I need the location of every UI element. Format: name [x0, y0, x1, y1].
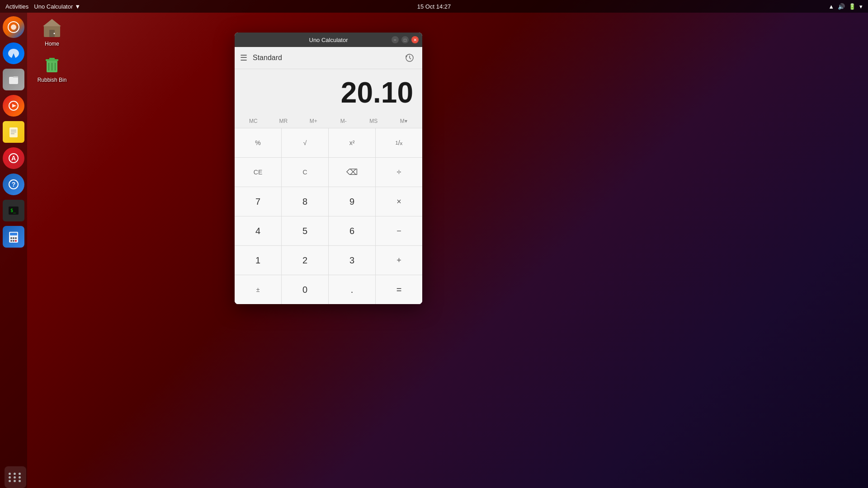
calculator-titlebar: Uno Calculator − □ ✕	[235, 33, 422, 47]
home-folder-icon	[41, 17, 63, 39]
svg-point-21	[13, 240, 14, 242]
svg-rect-2	[9, 77, 18, 84]
dock-item-rhythmbox[interactable]	[3, 95, 24, 117]
decimal-button[interactable]: .	[329, 275, 375, 304]
terminal-icon: $_	[3, 200, 24, 221]
svg-point-26	[54, 33, 55, 34]
display-value: 20.10	[341, 78, 413, 107]
svg-text:?: ?	[12, 181, 16, 188]
dock-item-calculator[interactable]	[3, 226, 24, 249]
hamburger-menu-icon[interactable]: ☰	[240, 53, 247, 63]
calculator-display: 20.10	[235, 69, 422, 114]
svg-text:$_: $_	[10, 208, 16, 213]
topbar-left: Activities Uno Calculator ▼	[5, 3, 80, 10]
topbar: Activities Uno Calculator ▼ 15 Oct 14:27…	[0, 0, 868, 13]
svg-point-17	[10, 237, 12, 239]
divide-button[interactable]: ÷	[376, 158, 422, 187]
subtract-button[interactable]: −	[376, 216, 422, 245]
taskbar-bottom	[0, 466, 868, 488]
history-button[interactable]	[402, 51, 417, 65]
percent-button[interactable]: %	[235, 128, 281, 157]
svg-point-19	[15, 237, 17, 239]
topbar-datetime: 15 Oct 14:27	[417, 3, 451, 10]
memory-subtract-button[interactable]: M-	[329, 114, 359, 128]
equals-button[interactable]: =	[376, 275, 422, 304]
volume-icon: 🔊	[838, 3, 845, 10]
six-button[interactable]: 6	[329, 216, 375, 245]
memory-add-button[interactable]: M+	[298, 114, 329, 128]
dock: A ? $_	[0, 13, 27, 488]
negate-button[interactable]: ±	[235, 275, 281, 304]
memory-clear-button[interactable]: MC	[238, 114, 269, 128]
dock-item-software[interactable]: A	[3, 147, 24, 170]
reciprocal-button[interactable]: 1/x	[376, 128, 422, 157]
calculator-window: Uno Calculator − □ ✕ ☰ Standard 20.10	[235, 33, 422, 304]
svg-marker-24	[43, 19, 61, 26]
dock-item-terminal[interactable]: $_	[3, 200, 24, 222]
calculator-dock-icon	[3, 226, 24, 248]
backspace-button[interactable]: ⌫	[329, 158, 375, 187]
app-indicator[interactable]: Uno Calculator ▼	[34, 3, 80, 10]
calculator-grid: % √ x² 1/x CE C ⌫ ÷ 7 8 9 × 4 5 6 − 1 2 …	[235, 128, 422, 304]
clear-entry-button[interactable]: CE	[235, 158, 281, 187]
svg-rect-5	[9, 127, 18, 137]
firefox-icon	[3, 16, 24, 38]
dock-item-thunderbird[interactable]	[3, 42, 24, 65]
files-icon	[3, 69, 24, 90]
desktop-icon-rubbish-bin[interactable]: Rubbish Bin	[34, 53, 70, 83]
three-button[interactable]: 3	[329, 246, 375, 275]
minimize-button[interactable]: −	[392, 36, 399, 43]
battery-icon: 🔋	[849, 3, 856, 10]
topbar-right: ▲ 🔊 🔋 ▾	[828, 3, 863, 10]
desktop-icon-home[interactable]: Home	[34, 17, 70, 47]
help-icon: ?	[3, 174, 24, 195]
history-icon	[405, 53, 414, 62]
notes-icon	[3, 121, 24, 143]
svg-rect-29	[49, 58, 55, 60]
software-icon: A	[3, 147, 24, 169]
dock-item-notes[interactable]	[3, 121, 24, 144]
sqrt-button[interactable]: √	[282, 128, 328, 157]
dock-item-firefox[interactable]	[3, 16, 24, 39]
maximize-button[interactable]: □	[401, 36, 409, 43]
svg-marker-4	[12, 104, 16, 108]
app-dropdown-icon: ▼	[75, 3, 80, 10]
svg-text:A: A	[11, 155, 16, 162]
home-label: Home	[45, 41, 59, 47]
activities-button[interactable]: Activities	[5, 3, 28, 10]
wifi-icon: ▲	[828, 3, 834, 10]
svg-point-20	[10, 240, 12, 242]
memory-store-button[interactable]: MS	[359, 114, 389, 128]
memory-row: MC MR M+ M- MS M▾	[235, 114, 422, 128]
two-button[interactable]: 2	[282, 246, 328, 275]
nine-button[interactable]: 9	[329, 187, 375, 216]
four-button[interactable]: 4	[235, 216, 281, 245]
svg-rect-16	[10, 233, 17, 235]
svg-point-22	[15, 240, 17, 242]
titlebar-controls: − □ ✕	[392, 36, 419, 43]
rhythmbox-icon	[3, 95, 24, 117]
calculator-title: Uno Calculator	[309, 37, 348, 43]
square-button[interactable]: x²	[329, 128, 375, 157]
calculator-mode-label: Standard	[253, 54, 282, 62]
app-name-label: Uno Calculator	[34, 3, 73, 10]
dock-item-help[interactable]: ?	[3, 174, 24, 196]
svg-point-18	[13, 237, 14, 239]
memory-dropdown-button[interactable]: M▾	[389, 114, 419, 128]
five-button[interactable]: 5	[282, 216, 328, 245]
eight-button[interactable]: 8	[282, 187, 328, 216]
close-button[interactable]: ✕	[411, 36, 419, 43]
clear-button[interactable]: C	[282, 158, 328, 187]
thunderbird-icon	[3, 42, 24, 64]
seven-button[interactable]: 7	[235, 187, 281, 216]
add-button[interactable]: +	[376, 246, 422, 275]
dock-item-files[interactable]	[3, 69, 24, 91]
system-menu-icon[interactable]: ▾	[859, 3, 863, 10]
rubbish-bin-label: Rubbish Bin	[38, 77, 67, 83]
rubbish-bin-icon	[41, 53, 63, 75]
memory-recall-button[interactable]: MR	[269, 114, 299, 128]
one-button[interactable]: 1	[235, 246, 281, 275]
calculator-header: ☰ Standard	[235, 47, 422, 69]
zero-button[interactable]: 0	[282, 275, 328, 304]
multiply-button[interactable]: ×	[376, 187, 422, 216]
